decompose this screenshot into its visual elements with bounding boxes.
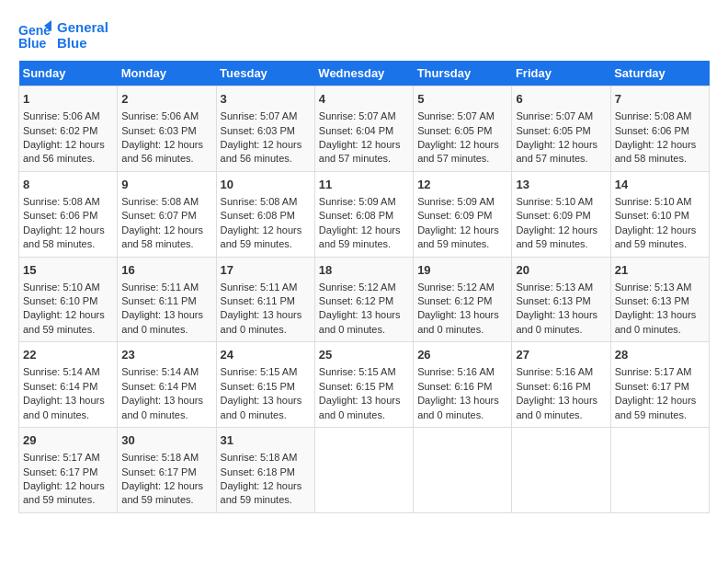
page-header: General Blue GeneralBlue <box>18 18 710 52</box>
day-number: 13 <box>516 177 606 193</box>
calendar-cell: 13Sunrise: 5:10 AMSunset: 6:09 PMDayligh… <box>512 171 610 257</box>
calendar-cell: 7Sunrise: 5:08 AMSunset: 6:06 PMDaylight… <box>610 86 709 172</box>
calendar-table: SundayMondayTuesdayWednesdayThursdayFrid… <box>18 61 710 513</box>
sunrise-label: Sunrise: 5:12 AM <box>319 282 396 293</box>
calendar-cell: 8Sunrise: 5:08 AMSunset: 6:06 PMDaylight… <box>19 171 118 257</box>
calendar-cell <box>512 428 610 513</box>
day-number: 6 <box>516 91 606 108</box>
day-number: 1 <box>23 91 113 108</box>
calendar-cell: 21Sunrise: 5:13 AMSunset: 6:13 PMDayligh… <box>610 257 709 342</box>
daylight-label: Daylight: 12 hours and 58 minutes. <box>23 224 105 249</box>
day-number: 14 <box>615 177 705 193</box>
calendar-cell: 26Sunrise: 5:16 AMSunset: 6:16 PMDayligh… <box>414 342 512 428</box>
sunset-label: Sunset: 6:10 PM <box>615 210 689 221</box>
sunrise-label: Sunrise: 5:16 AM <box>417 366 495 377</box>
daylight-label: Daylight: 12 hours and 57 minutes. <box>319 139 401 164</box>
calendar-cell: 2Sunrise: 5:06 AMSunset: 6:03 PMDaylight… <box>118 86 216 172</box>
sunset-label: Sunset: 6:07 PM <box>121 210 196 221</box>
daylight-label: Daylight: 13 hours and 0 minutes. <box>221 395 302 419</box>
sunrise-label: Sunrise: 5:14 AM <box>121 366 199 377</box>
sunset-label: Sunset: 6:08 PM <box>319 210 393 221</box>
day-header-wednesday: Wednesday <box>314 61 413 86</box>
day-number: 3 <box>221 91 311 108</box>
daylight-label: Daylight: 12 hours and 56 minutes. <box>23 139 105 164</box>
daylight-label: Daylight: 13 hours and 0 minutes. <box>615 309 697 334</box>
calendar-cell: 22Sunrise: 5:14 AMSunset: 6:14 PMDayligh… <box>19 342 118 428</box>
calendar-cell <box>414 428 512 513</box>
day-number: 21 <box>615 262 705 279</box>
sunset-label: Sunset: 6:10 PM <box>23 295 97 306</box>
logo-icon: General Blue <box>18 18 51 52</box>
daylight-label: Daylight: 12 hours and 59 minutes. <box>417 224 499 249</box>
calendar-cell: 15Sunrise: 5:10 AMSunset: 6:10 PMDayligh… <box>19 257 118 342</box>
daylight-label: Daylight: 13 hours and 0 minutes. <box>121 395 203 419</box>
sunset-label: Sunset: 6:14 PM <box>23 381 97 392</box>
daylight-label: Daylight: 12 hours and 58 minutes. <box>121 224 203 249</box>
sunset-label: Sunset: 6:13 PM <box>516 295 590 306</box>
day-number: 20 <box>516 262 606 279</box>
calendar-cell: 14Sunrise: 5:10 AMSunset: 6:10 PMDayligh… <box>610 171 709 257</box>
day-number: 17 <box>221 262 311 279</box>
day-number: 7 <box>615 91 705 108</box>
day-header-monday: Monday <box>118 61 216 86</box>
sunset-label: Sunset: 6:04 PM <box>319 125 393 136</box>
sunrise-label: Sunrise: 5:07 AM <box>319 110 396 121</box>
day-number: 30 <box>121 432 211 449</box>
calendar-cell <box>610 428 709 513</box>
calendar-week-4: 22Sunrise: 5:14 AMSunset: 6:14 PMDayligh… <box>19 342 710 428</box>
daylight-label: Daylight: 12 hours and 59 minutes. <box>23 309 105 334</box>
daylight-label: Daylight: 12 hours and 57 minutes. <box>417 139 499 164</box>
sunset-label: Sunset: 6:06 PM <box>615 125 689 136</box>
sunset-label: Sunset: 6:09 PM <box>516 210 590 221</box>
day-number: 25 <box>319 347 409 363</box>
daylight-label: Daylight: 12 hours and 59 minutes. <box>221 224 302 249</box>
day-header-sunday: Sunday <box>19 61 118 86</box>
daylight-label: Daylight: 12 hours and 59 minutes. <box>121 480 203 505</box>
daylight-label: Daylight: 12 hours and 59 minutes. <box>221 480 302 505</box>
day-number: 24 <box>221 347 311 363</box>
sunset-label: Sunset: 6:03 PM <box>221 125 295 136</box>
calendar-cell: 24Sunrise: 5:15 AMSunset: 6:15 PMDayligh… <box>216 342 314 428</box>
sunrise-label: Sunrise: 5:11 AM <box>121 282 199 293</box>
sunrise-label: Sunrise: 5:07 AM <box>417 110 495 121</box>
day-number: 31 <box>221 432 311 449</box>
daylight-label: Daylight: 12 hours and 59 minutes. <box>319 224 401 249</box>
sunrise-label: Sunrise: 5:16 AM <box>516 366 593 377</box>
sunrise-label: Sunrise: 5:10 AM <box>516 196 593 207</box>
sunset-label: Sunset: 6:18 PM <box>221 466 295 477</box>
calendar-cell: 17Sunrise: 5:11 AMSunset: 6:11 PMDayligh… <box>216 257 314 342</box>
sunset-label: Sunset: 6:08 PM <box>221 210 295 221</box>
calendar-cell: 16Sunrise: 5:11 AMSunset: 6:11 PMDayligh… <box>118 257 216 342</box>
logo: General Blue GeneralBlue <box>18 18 108 52</box>
day-number: 28 <box>615 347 705 363</box>
sunset-label: Sunset: 6:14 PM <box>121 381 196 392</box>
daylight-label: Daylight: 13 hours and 0 minutes. <box>23 395 105 419</box>
sunset-label: Sunset: 6:02 PM <box>23 125 97 136</box>
sunrise-label: Sunrise: 5:09 AM <box>319 196 396 207</box>
daylight-label: Daylight: 13 hours and 0 minutes. <box>221 309 302 334</box>
calendar-cell: 29Sunrise: 5:17 AMSunset: 6:17 PMDayligh… <box>19 428 118 513</box>
sunrise-label: Sunrise: 5:07 AM <box>516 110 593 121</box>
sunset-label: Sunset: 6:13 PM <box>615 295 689 306</box>
day-number: 5 <box>417 91 507 108</box>
calendar-cell: 19Sunrise: 5:12 AMSunset: 6:12 PMDayligh… <box>414 257 512 342</box>
sunrise-label: Sunrise: 5:13 AM <box>615 282 692 293</box>
daylight-label: Daylight: 13 hours and 0 minutes. <box>417 309 499 334</box>
day-number: 12 <box>417 177 507 193</box>
day-number: 16 <box>121 262 211 279</box>
calendar-cell: 4Sunrise: 5:07 AMSunset: 6:04 PMDaylight… <box>314 86 413 172</box>
daylight-label: Daylight: 12 hours and 59 minutes. <box>615 395 697 419</box>
daylight-label: Daylight: 12 hours and 59 minutes. <box>23 480 105 505</box>
sunset-label: Sunset: 6:03 PM <box>121 125 196 136</box>
day-header-friday: Friday <box>512 61 610 86</box>
daylight-label: Daylight: 13 hours and 0 minutes. <box>417 395 499 419</box>
calendar-cell: 27Sunrise: 5:16 AMSunset: 6:16 PMDayligh… <box>512 342 610 428</box>
sunrise-label: Sunrise: 5:08 AM <box>23 196 100 207</box>
day-number: 19 <box>417 262 507 279</box>
sunrise-label: Sunrise: 5:15 AM <box>221 366 298 377</box>
sunset-label: Sunset: 6:17 PM <box>121 466 196 477</box>
sunset-label: Sunset: 6:12 PM <box>417 295 492 306</box>
sunrise-label: Sunrise: 5:06 AM <box>23 110 100 121</box>
calendar-cell: 23Sunrise: 5:14 AMSunset: 6:14 PMDayligh… <box>118 342 216 428</box>
sunset-label: Sunset: 6:05 PM <box>417 125 492 136</box>
